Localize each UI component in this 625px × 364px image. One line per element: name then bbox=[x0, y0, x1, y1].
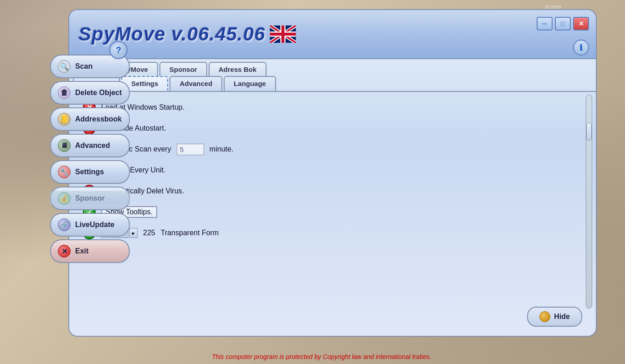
scrollbar[interactable] bbox=[586, 95, 592, 308]
title-bar: SpyMove v.06.45.06 ─ □ ✕ ℹ bbox=[68, 9, 597, 59]
help-button[interactable]: ? bbox=[109, 41, 128, 59]
delete-icon: 🗑 bbox=[58, 86, 71, 99]
main-window: ? 🔍 Scan 🗑 Delete Object 📒 Addressbook 🖥… bbox=[50, 9, 597, 355]
settings-panel: ✕ Load at Windows Startup. ✕ Hide wide A… bbox=[69, 92, 596, 257]
close-button[interactable]: ✕ bbox=[573, 17, 589, 30]
tab-addressbok[interactable]: Adress Bok bbox=[209, 62, 266, 76]
sidebar-item-addressbook[interactable]: 📒 Addressbook bbox=[50, 107, 130, 131]
label-transparent: Transparent Form bbox=[161, 229, 219, 237]
setting-row-transparent: ✓ ◄ ► 225 Transparent Form bbox=[83, 227, 582, 239]
app-title: SpyMove v.06.45.06 bbox=[78, 23, 265, 45]
content-area: Port SpyMove Sponsor Adress Bok Security… bbox=[68, 58, 597, 337]
minimize-button[interactable]: ─ bbox=[537, 17, 553, 30]
advanced-icon: 🖥 bbox=[58, 139, 71, 152]
maximize-button[interactable]: □ bbox=[555, 17, 571, 30]
sidebar-label-liveupdate: LiveUpdate bbox=[75, 221, 114, 229]
sponsor-watermark bbox=[50, 191, 130, 205]
setting-row-hide-autostart: ✕ Hide wide Autostart. bbox=[83, 122, 582, 135]
setting-row-tooltips: ✓ Show Tooltips. bbox=[83, 206, 582, 218]
sidebar-item-settings[interactable]: 🔧 Settings bbox=[50, 160, 130, 184]
sidebar-item-delete-object[interactable]: 🗑 Delete Object bbox=[50, 81, 130, 105]
update-icon: 🔗 bbox=[58, 218, 71, 231]
exit-icon: ✕ bbox=[58, 245, 71, 258]
sidebar-label-advanced: Advanced bbox=[75, 142, 110, 150]
hide-button-label: Hide bbox=[554, 313, 570, 321]
scan-interval-input[interactable] bbox=[177, 144, 204, 155]
setting-row-auto-delete: ✕ Automatically Delet Virus. bbox=[83, 185, 582, 197]
sidebar-item-exit[interactable]: ✕ Exit bbox=[50, 239, 130, 263]
hide-button-icon bbox=[539, 311, 550, 322]
sidebar-label-scan: Scan bbox=[75, 62, 92, 71]
tab-language[interactable]: Language bbox=[224, 76, 276, 91]
screen-label: screen bbox=[545, 4, 561, 10]
setting-row-scan-every: ✕ Scan on Every Unit. bbox=[83, 164, 582, 177]
address-icon: 📒 bbox=[58, 113, 71, 126]
tab-advanced[interactable]: Advanced bbox=[169, 76, 222, 91]
tabs-row-1: Port SpyMove Sponsor Adress Bok bbox=[69, 58, 596, 76]
sidebar: ? 🔍 Scan 🗑 Delete Object 📒 Addressbook 🖥… bbox=[50, 55, 132, 266]
sidebar-item-liveupdate[interactable]: 🔗 LiveUpdate bbox=[50, 213, 130, 237]
search-icon: 🔍 bbox=[58, 60, 71, 73]
sidebar-label-addressbook: Addressbook bbox=[75, 115, 122, 123]
setting-row-auto-scan: ✕ automatic Scan every minute. bbox=[83, 143, 582, 156]
info-button[interactable]: ℹ bbox=[573, 40, 589, 56]
sidebar-item-advanced[interactable]: 🖥 Advanced bbox=[50, 134, 130, 157]
setting-row-load-startup: ✕ Load at Windows Startup. bbox=[83, 101, 582, 114]
sidebar-label-delete: Delete Object bbox=[75, 89, 122, 97]
window-controls: ─ □ ✕ bbox=[537, 17, 589, 30]
sidebar-sponsor-wrapper: 💰 Sponsor bbox=[50, 187, 130, 210]
tabs-row-2: Security Settings Advanced Language bbox=[69, 76, 596, 92]
uk-flag-icon bbox=[270, 25, 296, 43]
label-minute: minute. bbox=[210, 145, 233, 153]
scrollbar-thumb[interactable] bbox=[586, 122, 592, 141]
sidebar-label-exit: Exit bbox=[75, 247, 88, 255]
tab-sponsor[interactable]: Sponsor bbox=[159, 62, 207, 76]
label-transparent-value: 225 bbox=[143, 229, 155, 237]
hide-button[interactable]: Hide bbox=[527, 307, 582, 327]
sidebar-label-settings: Settings bbox=[75, 168, 104, 176]
settings-icon: 🔧 bbox=[58, 166, 71, 178]
